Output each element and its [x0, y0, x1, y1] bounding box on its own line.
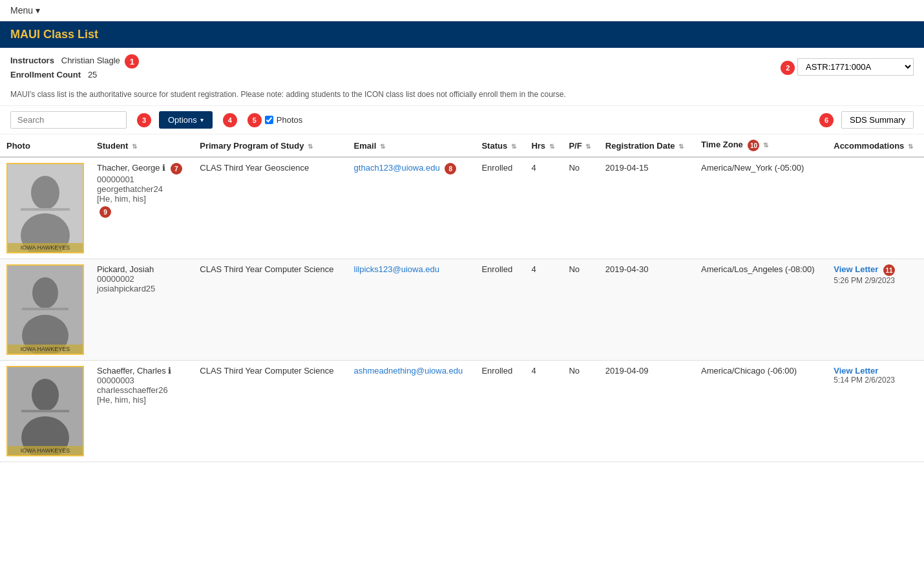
badge-7: 7	[171, 163, 182, 175]
badge-3: 3	[137, 113, 151, 127]
col-status[interactable]: Status ⇅	[475, 134, 525, 157]
search-input[interactable]	[10, 111, 127, 129]
badge-1: 1	[125, 54, 139, 69]
sds-summary-button[interactable]: SDS Summary	[841, 111, 914, 129]
col-photo: Photo	[0, 134, 90, 157]
svg-rect-7	[22, 308, 68, 310]
accommodations-cell-2: View Letter 11 5:26 PM 2/9/2023	[827, 259, 924, 361]
table-header-row: Photo Student ⇅ Primary Program of Study…	[0, 134, 924, 157]
student-id-1: 00000001	[97, 175, 187, 184]
email-cell-1: gthach123@uiowa.edu 8	[348, 157, 476, 259]
student-pronouns-3: [He, him, his]	[97, 395, 187, 405]
photo-box-1: IOWA HAWKEYES	[6, 163, 84, 253]
pf-cell-3: No	[562, 361, 598, 462]
student-pronouns-1: [He, him, his]	[97, 194, 187, 204]
enrollment-value: 25	[88, 70, 97, 80]
photos-text: Photos	[277, 115, 302, 125]
col-accommodations[interactable]: Accommodations ⇅	[827, 134, 924, 157]
email-cell-2: lilpicks123@uiowa.edu	[348, 259, 476, 361]
photo-box-2: IOWA HAWKEYES	[6, 264, 84, 355]
photo-cell-1: IOWA HAWKEYES	[0, 157, 90, 259]
svg-point-9	[32, 379, 59, 411]
top-nav: Menu ▾	[0, 0, 924, 21]
accommodations-cell-3: View Letter 5:14 PM 2/6/2023	[827, 361, 924, 462]
page-title: MAUI Class List	[10, 28, 914, 41]
col-student[interactable]: Student ⇅	[90, 134, 193, 157]
col-reg-date[interactable]: Registration Date ⇅	[599, 134, 695, 157]
student-name-2: Pickard, Josiah	[97, 264, 154, 274]
enrollment-row: Enrollment Count 25	[10, 70, 139, 80]
status-cell-1: Enrolled	[475, 157, 525, 259]
photo-cell-2: IOWA HAWKEYES	[0, 259, 90, 361]
enrollment-label: Enrollment Count	[10, 70, 81, 80]
badge-8: 8	[445, 163, 456, 175]
accommodations-cell-1	[827, 157, 924, 259]
col-timezone[interactable]: Time Zone 10 ⇅	[695, 134, 827, 157]
course-selector-group: 2 ASTR:1771:000A	[778, 58, 914, 76]
program-cell-3: CLAS Third Year Computer Science	[193, 361, 347, 462]
photos-label[interactable]: 5 Photos	[245, 113, 302, 127]
view-letter-link-3[interactable]: View Letter	[834, 366, 878, 376]
badge-10: 10	[748, 140, 759, 151]
svg-rect-11	[21, 410, 69, 412]
badge-11: 11	[883, 264, 895, 276]
description-text: MAUI's class list is the authoritative s…	[0, 86, 924, 106]
svg-rect-3	[21, 208, 70, 211]
svg-point-5	[32, 277, 58, 308]
sds-label: SDS Summary	[850, 115, 905, 125]
view-letter-link-2[interactable]: View Letter	[834, 264, 878, 274]
badge-4: 4	[223, 113, 237, 127]
info-icon-1[interactable]: ℹ	[162, 163, 165, 173]
photo-label-3: IOWA HAWKEYES	[8, 446, 83, 455]
reg-date-cell-3: 2019-04-09	[599, 361, 695, 462]
pf-cell-2: No	[562, 259, 598, 361]
email-link-3[interactable]: ashmeadnething@uiowa.edu	[354, 366, 463, 376]
badge-6: 6	[819, 113, 834, 127]
program-cell-1: CLAS Third Year Geoscience	[193, 157, 347, 259]
program-cell-2: CLAS Third Year Computer Science	[193, 259, 347, 361]
student-cell-3: Schaeffer, Charles ℹ 00000003 charlessch…	[90, 361, 193, 462]
reg-date-cell-2: 2019-04-30	[599, 259, 695, 361]
photo-label-1: IOWA HAWKEYES	[8, 243, 83, 252]
reg-date-cell-1: 2019-04-15	[599, 157, 695, 259]
col-hrs[interactable]: Hrs ⇅	[525, 134, 562, 157]
menu-label: Menu	[10, 5, 33, 16]
student-name-1: Thacher, George	[97, 163, 160, 173]
student-username-2: josiahpickard25	[97, 284, 187, 293]
student-cell-2: Pickard, Josiah 00000002 josiahpickard25	[90, 259, 193, 361]
letter-date-2: 5:26 PM 2/9/2023	[834, 276, 918, 285]
status-cell-2: Enrolled	[475, 259, 525, 361]
info-icon-3[interactable]: ℹ	[168, 366, 171, 376]
options-arrow-icon: ▾	[200, 116, 204, 123]
student-username-3: charlesschaeffer26	[97, 385, 187, 395]
email-link-1[interactable]: gthach123@uiowa.edu	[354, 163, 440, 173]
table-container: Photo Student ⇅ Primary Program of Study…	[0, 134, 924, 462]
badge-5: 5	[247, 113, 262, 127]
header-bar: MAUI Class List	[0, 21, 924, 48]
student-id-2: 00000002	[97, 274, 187, 284]
photos-checkbox[interactable]	[265, 116, 273, 124]
table-row: IOWA HAWKEYES Pickard, Josiah 00000002 j…	[0, 259, 924, 361]
toolbar: 3 Options ▾ 4 5 Photos 6 SDS Summary	[0, 106, 924, 134]
letter-date-3: 5:14 PM 2/6/2023	[834, 376, 918, 385]
student-id-3: 00000003	[97, 376, 187, 385]
col-program[interactable]: Primary Program of Study ⇅	[193, 134, 347, 157]
class-list-table: Photo Student ⇅ Primary Program of Study…	[0, 134, 924, 462]
timezone-cell-1: America/New_York (-05:00)	[695, 157, 827, 259]
student-photo-3	[8, 367, 83, 455]
email-cell-3: ashmeadnething@uiowa.edu	[348, 361, 476, 462]
course-select[interactable]: ASTR:1771:000A	[797, 58, 914, 76]
timezone-cell-2: America/Los_Angeles (-08:00)	[695, 259, 827, 361]
email-link-2[interactable]: lilpicks123@uiowa.edu	[354, 264, 439, 274]
instructors-row: Instructors Christian Slagle 1	[10, 54, 139, 69]
student-name-3: Schaeffer, Charles	[97, 366, 166, 376]
svg-point-1	[31, 176, 59, 209]
status-cell-3: Enrolled	[475, 361, 525, 462]
col-email[interactable]: Email ⇅	[348, 134, 476, 157]
student-username-1: georgethatcher24	[97, 184, 187, 194]
options-button[interactable]: Options ▾	[159, 111, 213, 129]
instructors-label: Instructors	[10, 56, 54, 65]
col-pf[interactable]: P/F ⇅	[562, 134, 598, 157]
info-left: Instructors Christian Slagle 1 Enrollmen…	[10, 54, 139, 80]
menu-button[interactable]: Menu ▾	[10, 5, 40, 16]
